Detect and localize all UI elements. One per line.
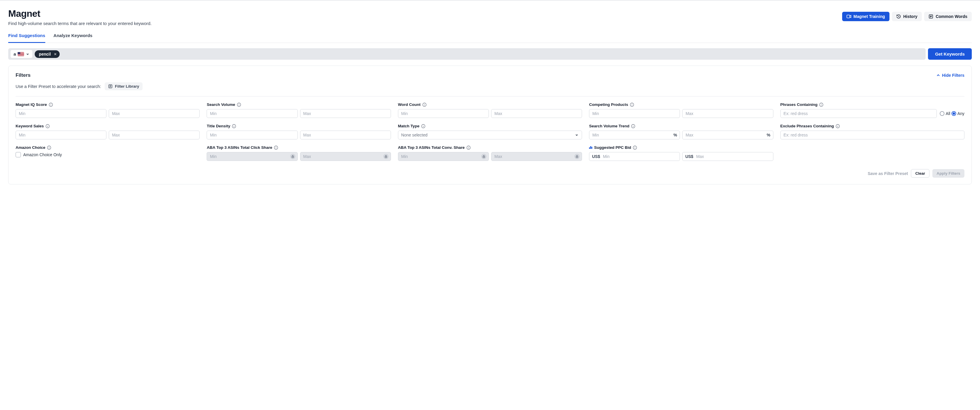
magnet-training-button[interactable]: Magnet Training [842, 12, 889, 21]
clear-button[interactable]: Clear [911, 169, 929, 178]
lock-icon [574, 154, 580, 159]
aba-click-max-input [300, 152, 391, 161]
aba-conv-min-input [398, 152, 489, 161]
filter-word-count: Word Count [398, 102, 582, 118]
filter-sv-trend: Search Volume Trend % % [589, 124, 773, 139]
amazon-choice-checkbox-label: Amazon Choice Only [23, 152, 62, 157]
video-icon [846, 14, 851, 19]
save-preset-link: Save as Filter Preset [868, 171, 908, 176]
filter-title-density: Title Density [207, 124, 391, 139]
info-icon[interactable] [819, 103, 823, 107]
phrases-any-radio[interactable] [951, 111, 956, 116]
remove-chip-icon[interactable] [54, 53, 57, 56]
list-icon [929, 14, 933, 19]
lock-icon [290, 154, 296, 159]
phrases-containing-input[interactable] [780, 109, 937, 118]
history-icon [896, 14, 901, 19]
get-keywords-button[interactable]: Get Keywords [928, 48, 972, 60]
filters-title: Filters [16, 72, 30, 78]
hide-filters-toggle[interactable]: Hide Filters [936, 73, 964, 78]
info-icon[interactable] [631, 124, 635, 128]
svg-rect-0 [847, 15, 850, 18]
chevron-down-icon [575, 133, 579, 137]
chevron-down-icon [26, 53, 29, 56]
info-icon[interactable] [46, 124, 50, 128]
page-title: Magnet [8, 8, 152, 19]
info-icon[interactable] [232, 124, 236, 128]
word-count-max-input[interactable] [491, 109, 582, 118]
filter-aba-click-share: ABA Top 3 ASINs Total Click Share [207, 145, 391, 161]
common-words-button[interactable]: Common Words [924, 12, 972, 21]
filter-match-type: Match Type None selected [398, 124, 582, 139]
ppc-bid-max-input[interactable] [682, 152, 773, 161]
keyword-chip: pencil [35, 50, 59, 58]
info-icon[interactable] [422, 103, 426, 107]
aba-click-min-input [207, 152, 298, 161]
filter-magnet-iq: Magnet IQ Score [16, 102, 200, 118]
apply-filters-button[interactable]: Apply Filters [932, 169, 964, 178]
preset-label: Use a Filter Preset to accelerate your s… [16, 84, 101, 89]
filter-phrases-containing: Phrases Containing All Any [780, 102, 964, 118]
filter-search-volume: Search Volume [207, 102, 391, 118]
lock-icon [383, 154, 388, 159]
info-icon[interactable] [49, 103, 53, 107]
title-density-max-input[interactable] [300, 131, 391, 139]
title-density-min-input[interactable] [207, 131, 298, 139]
amazon-logo-icon: a [14, 51, 16, 56]
match-type-select[interactable]: None selected [398, 131, 582, 139]
us-flag-icon [18, 52, 24, 56]
sv-trend-max-input[interactable] [682, 131, 773, 139]
info-icon[interactable] [630, 103, 634, 107]
competing-products-max-input[interactable] [682, 109, 773, 118]
info-icon[interactable] [633, 145, 637, 150]
info-icon[interactable] [237, 103, 241, 107]
info-icon[interactable] [274, 145, 278, 150]
svg-rect-18 [483, 156, 485, 158]
filter-aba-conv-share: ABA Top 3 ASINs Total Conv. Share [398, 145, 582, 161]
tab-find-suggestions[interactable]: Find Suggestions [8, 33, 45, 43]
keyword-sales-min-input[interactable] [16, 131, 107, 139]
search-volume-max-input[interactable] [300, 109, 391, 118]
keyword-search-area[interactable]: a pencil [8, 48, 926, 60]
svg-rect-16 [385, 156, 387, 158]
filter-exclude-phrases: Exclude Phrases Containing [780, 124, 964, 139]
magnet-iq-max-input[interactable] [109, 109, 200, 118]
filter-keyword-sales: Keyword Sales [16, 124, 200, 139]
search-volume-min-input[interactable] [207, 109, 298, 118]
filter-library-button[interactable]: Filter Library [105, 82, 143, 90]
chevron-up-icon [936, 73, 940, 77]
keyword-sales-max-input[interactable] [109, 131, 200, 139]
word-count-min-input[interactable] [398, 109, 489, 118]
library-icon [108, 84, 113, 89]
svg-rect-19 [576, 156, 578, 158]
info-icon[interactable] [47, 145, 51, 150]
phrases-all-radio[interactable] [940, 111, 945, 116]
filter-competing-products: Competing Products [589, 102, 773, 118]
history-button[interactable]: History [892, 12, 922, 21]
lock-icon [481, 154, 487, 159]
info-icon[interactable] [836, 124, 840, 128]
ppc-bid-min-input[interactable] [589, 152, 680, 161]
info-icon[interactable] [421, 124, 425, 128]
filter-amazon-choice: Amazon Choice Amazon Choice Only [16, 145, 200, 161]
amazon-choice-checkbox[interactable] [16, 152, 21, 157]
exclude-phrases-input[interactable] [780, 131, 964, 139]
competing-products-min-input[interactable] [589, 109, 680, 118]
svg-rect-15 [292, 156, 294, 158]
info-icon[interactable] [466, 145, 471, 150]
sv-trend-min-input[interactable] [589, 131, 680, 139]
aba-conv-max-input [491, 152, 582, 161]
magnet-iq-min-input[interactable] [16, 109, 107, 118]
filter-ppc-bid: Suggested PPC Bid US$ US$ [589, 145, 773, 161]
marketplace-selector[interactable]: a [11, 50, 32, 58]
tab-analyze-keywords[interactable]: Analyze Keywords [54, 33, 92, 43]
bars-icon [589, 146, 592, 149]
page-subtitle: Find high-volume search terms that are r… [8, 21, 152, 26]
